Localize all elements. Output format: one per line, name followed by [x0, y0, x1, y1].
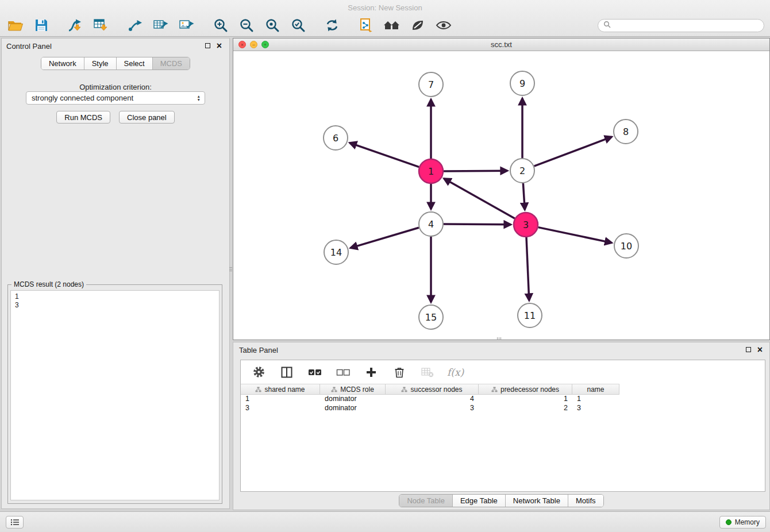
- zoom-selected-icon[interactable]: [290, 17, 307, 34]
- window-minimize-icon[interactable]: −: [250, 41, 257, 48]
- delete-table-icon: [419, 364, 436, 381]
- table-body: 1dominator4113dominator323: [241, 395, 765, 413]
- table-cell[interactable]: 3: [241, 404, 320, 413]
- sort-icon: [331, 387, 337, 392]
- table-cell[interactable]: dominator: [320, 395, 386, 404]
- table-cell[interactable]: dominator: [320, 404, 386, 413]
- import-network-icon[interactable]: [67, 17, 84, 34]
- graph-edge-3-10[interactable]: [538, 228, 612, 243]
- graph-edge-1-6[interactable]: [350, 143, 419, 167]
- graph-node-label: 3: [523, 219, 529, 230]
- float-table-panel-button[interactable]: [746, 347, 751, 352]
- graph-edge-3-1[interactable]: [444, 179, 515, 218]
- tab-edge-table[interactable]: Edge Table: [452, 495, 505, 507]
- network-view-window: × − + scc.txt 7968124314101511: [233, 38, 770, 340]
- column-header-successor-nodes[interactable]: successor nodes: [386, 384, 479, 395]
- tab-motifs[interactable]: Motifs: [568, 495, 603, 507]
- table-cell[interactable]: 2: [479, 404, 572, 413]
- table-cell[interactable]: 4: [386, 395, 479, 404]
- table-toolbar: f(x): [241, 360, 765, 384]
- optimization-criterion-select[interactable]: strongly connected component ▲▼: [26, 91, 205, 105]
- window-zoom-icon[interactable]: +: [261, 41, 269, 48]
- gear-icon[interactable]: [250, 364, 267, 381]
- tab-network-table[interactable]: Network Table: [505, 495, 568, 507]
- graph-node-label: 7: [428, 79, 434, 90]
- column-header-mcds-role[interactable]: MCDS role: [320, 384, 386, 395]
- copy-view-icon[interactable]: [357, 17, 375, 34]
- graph-edge-4-14[interactable]: [351, 228, 419, 248]
- close-panel-icon[interactable]: ×: [217, 43, 222, 49]
- export-table-icon[interactable]: [152, 17, 170, 34]
- table-tab-bar: Node Table Edge Table Network Table Moti…: [399, 494, 603, 507]
- table-cell[interactable]: 1: [479, 395, 572, 404]
- save-icon[interactable]: [33, 17, 50, 34]
- trash-icon[interactable]: [391, 364, 408, 381]
- table-cell[interactable]: 3: [386, 404, 479, 413]
- zoom-out-icon[interactable]: [238, 17, 255, 34]
- deselect-all-icon[interactable]: [334, 364, 352, 381]
- mcds-result-title: MCDS result (2 nodes): [11, 280, 86, 288]
- table-cell[interactable]: 3: [572, 404, 619, 413]
- table-panel: Table Panel ×: [233, 342, 770, 510]
- graph-edge-3-11[interactable]: [526, 237, 529, 300]
- export-image-icon[interactable]: [178, 17, 195, 34]
- vertical-splitter-handle[interactable]: [229, 261, 232, 276]
- close-panel-button[interactable]: Close panel: [119, 111, 175, 124]
- horizontal-splitter-handle[interactable]: [494, 337, 503, 340]
- import-table-icon[interactable]: [93, 17, 110, 34]
- graph-edge-1-2[interactable]: [444, 171, 507, 171]
- select-stepper-icon: ▲▼: [195, 95, 202, 102]
- main-toolbar: [7, 14, 764, 36]
- tab-select[interactable]: Select: [116, 57, 152, 70]
- table-cell[interactable]: 1: [572, 395, 619, 404]
- table-cell[interactable]: 1: [241, 395, 320, 404]
- task-history-button[interactable]: [6, 516, 24, 529]
- table-row[interactable]: 3dominator323: [241, 404, 765, 413]
- graph-node-label: 6: [333, 133, 338, 144]
- tab-node-table[interactable]: Node Table: [399, 495, 452, 507]
- column-header-name[interactable]: name: [572, 384, 619, 395]
- network-window-titlebar[interactable]: × − + scc.txt: [233, 38, 769, 51]
- graph-edge-2-8[interactable]: [534, 137, 612, 166]
- search-input[interactable]: [614, 21, 759, 29]
- sort-icon: [255, 387, 261, 392]
- tab-style[interactable]: Style: [84, 57, 116, 70]
- graph-node-label: 8: [623, 126, 629, 137]
- close-table-panel-icon[interactable]: ×: [757, 346, 763, 353]
- table-panel-title: Table Panel: [239, 346, 278, 354]
- table-container: f(x) shared name MCDS role successor nod…: [240, 360, 765, 492]
- style-brush-icon[interactable]: [409, 17, 426, 34]
- search-box[interactable]: [598, 19, 764, 32]
- graph-node-label: 10: [621, 241, 632, 252]
- window-close-icon[interactable]: ×: [238, 41, 246, 48]
- eye-icon[interactable]: [435, 17, 452, 34]
- tab-mcds[interactable]: MCDS: [152, 57, 190, 70]
- refresh-icon[interactable]: [324, 17, 341, 34]
- tab-network[interactable]: Network: [41, 57, 84, 70]
- status-bar: Memory: [0, 511, 770, 532]
- column-header-shared-name[interactable]: shared name: [241, 384, 320, 395]
- column-header-predecessor-nodes[interactable]: predecessor nodes: [479, 384, 572, 395]
- float-panel-button[interactable]: [205, 43, 210, 48]
- columns-icon[interactable]: [278, 364, 295, 381]
- memory-button[interactable]: Memory: [719, 516, 766, 529]
- add-column-icon[interactable]: [363, 364, 380, 381]
- graph-edge-2-3[interactable]: [523, 183, 525, 210]
- control-panel-title: Control Panel: [6, 42, 52, 51]
- select-all-icon[interactable]: [306, 364, 324, 381]
- list-icon: [10, 519, 20, 526]
- network-canvas[interactable]: 7968124314101511: [233, 51, 769, 340]
- graph-edge-4-3[interactable]: [444, 224, 511, 225]
- network-window-title: scc.txt: [233, 38, 769, 51]
- table-header-row: shared name MCDS role successor nodes pr…: [241, 384, 765, 395]
- zoom-fit-icon[interactable]: [264, 17, 281, 34]
- run-mcds-button[interactable]: Run MCDS: [56, 111, 110, 124]
- zoom-in-icon[interactable]: [212, 17, 229, 34]
- table-row[interactable]: 1dominator411: [241, 395, 765, 404]
- home-icon[interactable]: [383, 17, 401, 34]
- control-panel: Control Panel × Network Style Select MCD…: [1, 38, 230, 509]
- export-network-icon[interactable]: [126, 17, 144, 34]
- control-panel-tab-bar: Network Style Select MCDS: [41, 57, 190, 70]
- open-folder-icon[interactable]: [7, 17, 24, 34]
- search-icon: [603, 20, 611, 30]
